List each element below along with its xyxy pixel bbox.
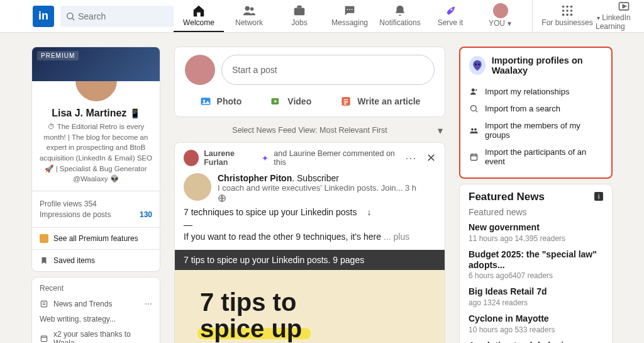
svg-point-16 bbox=[566, 14, 569, 16]
recent-item[interactable]: x2 your sales thanks to Waala... bbox=[40, 327, 152, 343]
event-icon bbox=[40, 334, 48, 343]
profile-cover: PREMIUM bbox=[32, 47, 160, 81]
start-post-button[interactable]: Start a post bbox=[221, 55, 435, 85]
article-icon bbox=[340, 95, 352, 108]
home-icon bbox=[192, 4, 206, 18]
primary-nav: Welcome Network Jobs Messaging Notificat… bbox=[174, 0, 644, 32]
commenter-avatar[interactable] bbox=[184, 150, 199, 166]
nav-label: Serve it bbox=[438, 18, 464, 27]
svg-point-8 bbox=[450, 9, 452, 11]
news-item[interactable]: Cyclone in Mayotte10 hours ago 533 reade… bbox=[469, 313, 603, 334]
svg-point-10 bbox=[566, 6, 569, 8]
news-item[interactable]: New government11 hours ago 14,395 reader… bbox=[469, 222, 603, 243]
people-icon bbox=[242, 4, 256, 18]
waalaxy-import-events[interactable]: Import the participants of an event bbox=[469, 143, 602, 170]
chat-icon bbox=[343, 4, 357, 18]
photo-icon bbox=[199, 95, 212, 108]
svg-point-44 bbox=[474, 128, 477, 130]
nav-label: For businesses bbox=[541, 18, 592, 27]
svg-point-40 bbox=[472, 89, 475, 92]
bookmark-icon bbox=[40, 256, 48, 265]
caret-down-icon[interactable]: ▾ bbox=[438, 125, 443, 137]
recent-card: Recent News and Trends⋯ Web writing, str… bbox=[31, 277, 160, 343]
news-item[interactable]: A solution to global crises1 day ago 155… bbox=[469, 340, 603, 343]
profile-name[interactable]: Lisa J. Martinez 📱 bbox=[32, 108, 160, 119]
nav-learning[interactable]: ▾ LinkedIn Learning bbox=[596, 0, 644, 32]
svg-point-6 bbox=[349, 9, 350, 10]
play-icon bbox=[617, 0, 631, 13]
profile-stats: Profile views 354 Impressions de posts 1… bbox=[32, 191, 160, 227]
search-input-wrap[interactable] bbox=[60, 6, 174, 27]
svg-point-7 bbox=[352, 9, 353, 10]
profile-card: PREMIUM Lisa J. Martinez 📱 ⏱ The Editori… bbox=[31, 47, 160, 272]
svg-line-1 bbox=[72, 18, 74, 20]
post-social-header: Laurene Furlan ✦ and Laurine Bemer comme… bbox=[184, 149, 436, 167]
phone-badge-icon: 📱 bbox=[130, 108, 140, 118]
search-icon bbox=[469, 104, 479, 113]
feed-post: Laurene Furlan ✦ and Laurine Bemer comme… bbox=[174, 142, 445, 343]
commenter-name[interactable]: Laurene Furlan bbox=[204, 149, 257, 167]
post-menu-button[interactable]: ⋯ bbox=[405, 151, 416, 165]
recent-heading: Recent bbox=[40, 284, 152, 293]
post-doc-banner: 7 tips to spice up your Linkedin posts. … bbox=[175, 250, 445, 270]
post-close-button[interactable]: ✕ bbox=[426, 151, 436, 165]
see-more-link[interactable]: ... plus bbox=[384, 232, 409, 242]
compose-avatar[interactable] bbox=[185, 55, 215, 85]
author-name[interactable]: Christopher Piton. Subscriber bbox=[218, 173, 416, 183]
nav-welcome[interactable]: Welcome bbox=[174, 0, 224, 32]
briefcase-icon bbox=[292, 4, 306, 18]
news-item[interactable]: Budget 2025: the "special law" adopts...… bbox=[469, 249, 603, 281]
comment-meta: and Laurine Bemer commented on this bbox=[274, 149, 400, 167]
compose-article-button[interactable]: Write an article bbox=[333, 91, 426, 111]
post-document-preview[interactable]: 7 tips to spice up vos posts Linkedin bbox=[175, 270, 445, 343]
compose-photo-button[interactable]: Photo bbox=[193, 91, 248, 111]
search-input[interactable] bbox=[78, 11, 174, 21]
waalaxy-import-relationships[interactable]: Import my relationships bbox=[469, 83, 602, 100]
author-avatar[interactable] bbox=[184, 173, 211, 201]
post-author-row: Christopher Piton. Subscriber I coach an… bbox=[184, 173, 436, 203]
svg-point-13 bbox=[566, 9, 569, 12]
logo-block: in bbox=[33, 0, 174, 32]
stat-profile-views[interactable]: Profile views 354 bbox=[40, 200, 152, 208]
global-header: in Welcome Network Jobs Messaging Notifi… bbox=[0, 0, 644, 33]
more-icon[interactable]: ⋯ bbox=[145, 300, 152, 308]
feed-sort-selector[interactable]: Select News Feed View: Most Relevant Fir… bbox=[174, 122, 445, 137]
premium-icon bbox=[40, 234, 48, 243]
nav-serve[interactable]: Serve it bbox=[425, 0, 475, 32]
caret-down-icon: ▾ bbox=[597, 14, 600, 21]
svg-point-41 bbox=[471, 106, 477, 111]
recent-item[interactable]: Web writing, strategy... bbox=[40, 312, 152, 327]
globe-icon bbox=[218, 194, 226, 203]
avatar-icon bbox=[493, 3, 508, 18]
info-icon[interactable]: i bbox=[594, 192, 603, 201]
profile-tagline: ⏱ The Editorial Retro is every month! | … bbox=[32, 119, 160, 191]
waalaxy-heading: Importing profiles on Waalaxy bbox=[469, 55, 602, 76]
news-item[interactable]: Big Ideas Retail 7dago 1324 readers bbox=[469, 286, 603, 307]
svg-marker-19 bbox=[623, 5, 626, 8]
linkedin-logo[interactable]: in bbox=[33, 6, 54, 27]
svg-rect-23 bbox=[41, 336, 47, 342]
grid-icon bbox=[560, 4, 574, 18]
nav-notifications[interactable]: Notifications bbox=[375, 0, 425, 32]
svg-point-43 bbox=[471, 128, 474, 130]
nav-you[interactable]: YOU▼ bbox=[475, 0, 526, 32]
stat-impressions[interactable]: Impressions de posts 130 bbox=[40, 210, 152, 219]
nav-label: Notifications bbox=[379, 18, 420, 27]
alien-icon bbox=[469, 56, 486, 75]
svg-point-17 bbox=[570, 14, 573, 16]
premium-features-link[interactable]: See all Premium features bbox=[32, 227, 160, 249]
secondary-nav: For businesses ▾ LinkedIn Learning bbox=[539, 0, 644, 32]
nav-network[interactable]: Network bbox=[224, 0, 274, 32]
nav-businesses[interactable]: For businesses bbox=[539, 0, 596, 32]
compose-video-button[interactable]: Video bbox=[264, 91, 318, 111]
svg-point-14 bbox=[570, 9, 573, 12]
nav-messaging[interactable]: Messaging bbox=[325, 0, 375, 32]
waalaxy-import-groups[interactable]: Import the members of my groups bbox=[469, 117, 602, 143]
waalaxy-import-search[interactable]: Import from a search bbox=[469, 100, 602, 117]
saved-items-link[interactable]: Saved items bbox=[32, 249, 160, 271]
nav-jobs[interactable]: Jobs bbox=[274, 0, 325, 32]
recent-item[interactable]: News and Trends⋯ bbox=[40, 296, 152, 312]
nav-label: YOU▼ bbox=[489, 19, 513, 28]
bell-icon bbox=[393, 4, 407, 18]
people-icon bbox=[469, 126, 479, 135]
